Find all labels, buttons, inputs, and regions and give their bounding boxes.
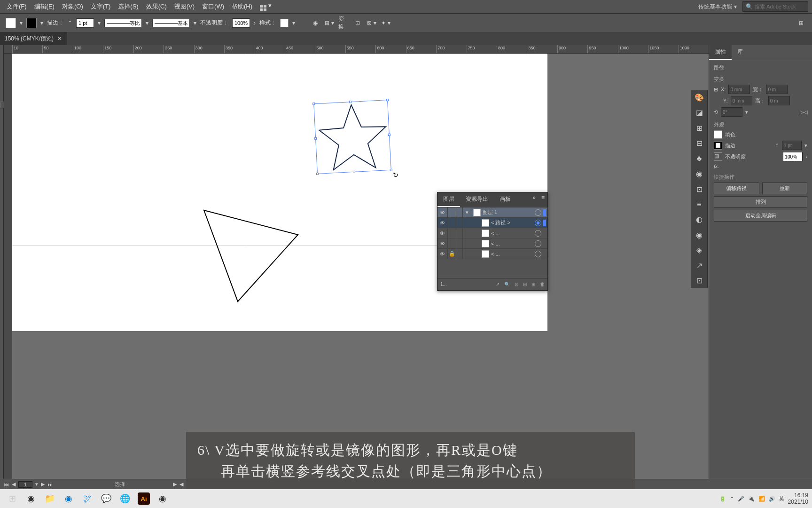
- tray-volume-icon[interactable]: 🔊: [769, 496, 775, 502]
- visibility-icon[interactable]: 👁: [437, 228, 448, 238]
- app1-icon[interactable]: 🕊: [79, 490, 96, 507]
- brush-def[interactable]: 基本: [152, 19, 190, 27]
- scroll-right-icon[interactable]: ▶: [173, 481, 177, 487]
- transparency-icon[interactable]: ⊡: [694, 184, 705, 194]
- menu-edit[interactable]: 编辑(E): [31, 1, 57, 12]
- explorer-icon[interactable]: 📁: [41, 490, 58, 507]
- stroke-color[interactable]: [714, 141, 722, 150]
- symbols-icon[interactable]: ♣: [694, 153, 705, 164]
- w-input[interactable]: [766, 85, 788, 94]
- transform-button[interactable]: 变换: [338, 18, 349, 28]
- locate-icon[interactable]: ↗: [496, 282, 500, 287]
- ref-point-icon[interactable]: ⊞: [714, 87, 718, 93]
- fill-color[interactable]: [714, 130, 722, 139]
- tray-battery-icon[interactable]: 🔋: [719, 496, 726, 502]
- panel-toggle-icon[interactable]: ⊞: [796, 18, 806, 28]
- nav-last-icon[interactable]: ⏭: [47, 482, 53, 487]
- search-input[interactable]: [755, 4, 805, 9]
- canvas[interactable]: 1050100150200250300350400450500550600650…: [4, 45, 709, 493]
- layer-row[interactable]: 👁 < ...: [437, 238, 547, 249]
- tab-properties[interactable]: 属性: [709, 45, 732, 60]
- stroke-stepper[interactable]: ⌃: [68, 20, 72, 26]
- fill-swatch[interactable]: [6, 18, 16, 28]
- recolor-icon[interactable]: ◉: [310, 18, 320, 28]
- illustrator-icon[interactable]: Ai: [135, 490, 152, 507]
- asset-export-icon[interactable]: ↗: [694, 260, 705, 270]
- layer-row[interactable]: 👁 < ...: [437, 228, 547, 238]
- menu-effect[interactable]: 效果(C): [143, 1, 170, 12]
- delete-layer-icon[interactable]: 🗑: [540, 282, 545, 287]
- global-edit-button[interactable]: 启动全局编辑: [714, 210, 807, 222]
- tray-wifi-icon[interactable]: 📶: [758, 496, 765, 502]
- search-layer-icon[interactable]: 🔍: [504, 282, 510, 287]
- menu-object[interactable]: 对象(O): [59, 1, 86, 12]
- layer-row[interactable]: 👁🔒 < ...: [437, 249, 547, 259]
- opacity-icon[interactable]: ▨: [714, 152, 722, 161]
- ruler-vertical[interactable]: [4, 54, 12, 493]
- layers-panel-icon[interactable]: ◈: [694, 245, 705, 255]
- stroke-panel-icon[interactable]: ≡: [694, 199, 705, 209]
- color-panel-icon[interactable]: 🎨: [694, 92, 705, 103]
- new-layer-icon[interactable]: ⊞: [531, 282, 535, 287]
- tray-up-icon[interactable]: ⌃: [730, 496, 734, 502]
- menu-window[interactable]: 窗口(W): [199, 1, 227, 12]
- start-button[interactable]: ⊞: [4, 490, 21, 507]
- panel-collapse-icon[interactable]: »: [530, 192, 539, 207]
- stroke-width-input[interactable]: [76, 18, 94, 28]
- menu-view[interactable]: 视图(V): [172, 1, 197, 12]
- scroll-left-icon[interactable]: ◀: [180, 481, 183, 487]
- h-input[interactable]: [768, 96, 790, 105]
- visibility-icon[interactable]: 👁: [437, 207, 448, 217]
- artboards-icon[interactable]: ⊡: [694, 276, 705, 286]
- obs2-icon[interactable]: ◉: [154, 490, 171, 507]
- tray-mic-icon[interactable]: 🎤: [738, 496, 744, 502]
- search-stock[interactable]: 🔍: [742, 1, 808, 12]
- menu-select[interactable]: 选择(S): [115, 1, 141, 12]
- selection-bbox[interactable]: [313, 100, 391, 174]
- swatches-icon[interactable]: ⊞: [694, 123, 705, 133]
- crop-icon[interactable]: ⊠ ▾: [367, 18, 377, 28]
- stroke-width-dropdown[interactable]: ▾: [98, 20, 101, 26]
- opacity-input[interactable]: [232, 18, 250, 28]
- x-input[interactable]: [728, 85, 750, 94]
- taskbar-clock[interactable]: 16:192021/10: [788, 492, 808, 506]
- align-icon[interactable]: ⊞ ▾: [324, 18, 335, 28]
- isolate-icon[interactable]: ⊡: [352, 18, 363, 28]
- graphic-styles-icon[interactable]: ◉: [694, 230, 705, 240]
- chrome-icon[interactable]: 🌐: [117, 490, 133, 507]
- tray-power-icon[interactable]: 🔌: [748, 496, 755, 502]
- layer-row[interactable]: 👁 ▾ 图层 1: [437, 207, 547, 218]
- arrange-docs-icon[interactable]: ▾: [257, 0, 274, 13]
- menu-help[interactable]: 帮助(H): [229, 1, 255, 12]
- visibility-icon[interactable]: 👁: [437, 218, 448, 228]
- tray-ime[interactable]: 英: [779, 495, 784, 502]
- opacity-pct-input[interactable]: [783, 152, 803, 161]
- workspace-switcher[interactable]: 传统基本功能 ▾: [695, 2, 741, 12]
- obs-icon[interactable]: ◉: [23, 490, 39, 507]
- triangle-shape[interactable]: [200, 206, 304, 305]
- arrange-button[interactable]: 排列: [714, 196, 807, 208]
- close-tab-icon[interactable]: ✕: [57, 35, 62, 42]
- offset-path-button[interactable]: 偏移路径: [714, 183, 759, 194]
- doc-tab[interactable]: 150% (CMYK/预览) ✕: [0, 32, 67, 45]
- ruler-origin[interactable]: [4, 45, 12, 54]
- expand-icon[interactable]: ▾: [463, 209, 471, 215]
- appearance-icon[interactable]: ◐: [694, 214, 705, 225]
- panel-menu-icon[interactable]: ≡: [539, 192, 547, 207]
- arrange-icon[interactable]: ✦ ▾: [381, 18, 391, 28]
- artboard-nav-input[interactable]: [18, 481, 32, 488]
- clip-mask-icon[interactable]: ⊡: [515, 282, 518, 287]
- color-guide-icon[interactable]: ◪: [694, 107, 705, 118]
- wechat-icon[interactable]: 💬: [98, 490, 115, 507]
- rotate-input[interactable]: [721, 107, 742, 117]
- layers-panel[interactable]: 图层 资源导出 画板 »≡ 👁 ▾ 图层 1 👁 < 路径 > 👁 < ... …: [437, 192, 548, 291]
- stroke-pt-input[interactable]: [782, 141, 802, 150]
- width-profile[interactable]: 等比: [104, 19, 142, 27]
- nav-prev-icon[interactable]: ◀: [12, 481, 16, 487]
- opacity-dropdown[interactable]: ›: [254, 20, 256, 26]
- menu-type[interactable]: 文字(T): [88, 1, 114, 12]
- layer-row[interactable]: 👁 < 路径 >: [437, 218, 547, 228]
- fx-button[interactable]: fx.: [714, 163, 719, 169]
- recolor-button[interactable]: 重新: [762, 183, 808, 194]
- new-sublayer-icon[interactable]: ⊟: [523, 282, 527, 287]
